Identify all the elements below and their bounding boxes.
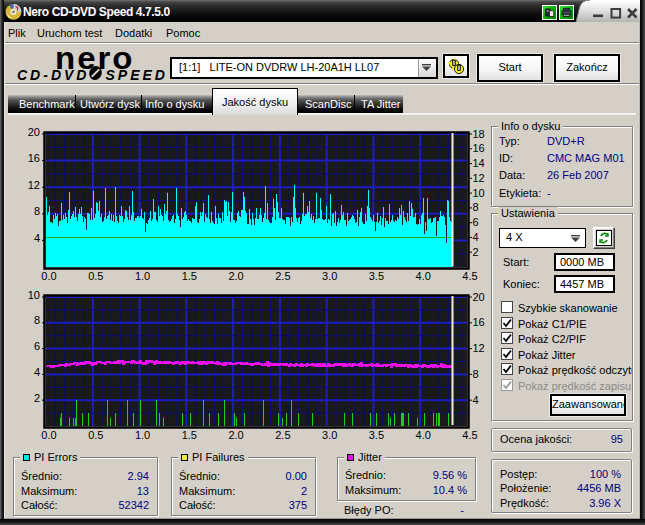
svg-text:14: 14 [473,157,485,169]
svg-text:16: 16 [28,152,40,164]
svg-text:6: 6 [34,340,40,352]
svg-text:10: 10 [473,187,485,199]
svg-text:8: 8 [473,368,479,380]
svg-text:3.0: 3.0 [322,429,337,441]
svg-text:12: 12 [473,342,485,354]
svg-text:1.0: 1.0 [135,270,150,282]
svg-text:1.0: 1.0 [135,429,150,441]
svg-text:8: 8 [473,201,479,213]
svg-text:0.0: 0.0 [41,270,56,282]
svg-text:0.5: 0.5 [88,270,103,282]
svg-text:10: 10 [28,289,40,301]
svg-text:3.5: 3.5 [369,429,384,441]
svg-text:4.5: 4.5 [462,270,477,282]
svg-text:2.5: 2.5 [275,270,290,282]
svg-text:18: 18 [473,128,485,140]
svg-text:16: 16 [473,142,485,154]
svg-text:2.0: 2.0 [228,270,243,282]
svg-text:4: 4 [473,231,479,243]
svg-text:3.0: 3.0 [322,270,337,282]
svg-text:1.5: 1.5 [182,429,197,441]
svg-text:2.0: 2.0 [228,429,243,441]
svg-text:6: 6 [473,216,479,228]
svg-text:4.0: 4.0 [416,270,431,282]
svg-text:0.5: 0.5 [88,429,103,441]
svg-text:20: 20 [28,126,40,138]
svg-text:4.0: 4.0 [416,429,431,441]
svg-text:16: 16 [473,316,485,328]
svg-text:8: 8 [34,314,40,326]
svg-text:12: 12 [473,172,485,184]
svg-text:2.5: 2.5 [275,429,290,441]
svg-text:0.0: 0.0 [41,429,56,441]
svg-text:2: 2 [34,392,40,404]
svg-text:1.5: 1.5 [182,270,197,282]
svg-text:4.5: 4.5 [462,429,477,441]
svg-text:2: 2 [473,246,479,258]
svg-text:4: 4 [34,232,40,244]
svg-text:4: 4 [34,366,40,378]
svg-text:8: 8 [34,205,40,217]
svg-text:4: 4 [473,394,479,406]
svg-text:12: 12 [28,179,40,191]
svg-text:3.5: 3.5 [369,270,384,282]
svg-text:20: 20 [473,291,485,303]
